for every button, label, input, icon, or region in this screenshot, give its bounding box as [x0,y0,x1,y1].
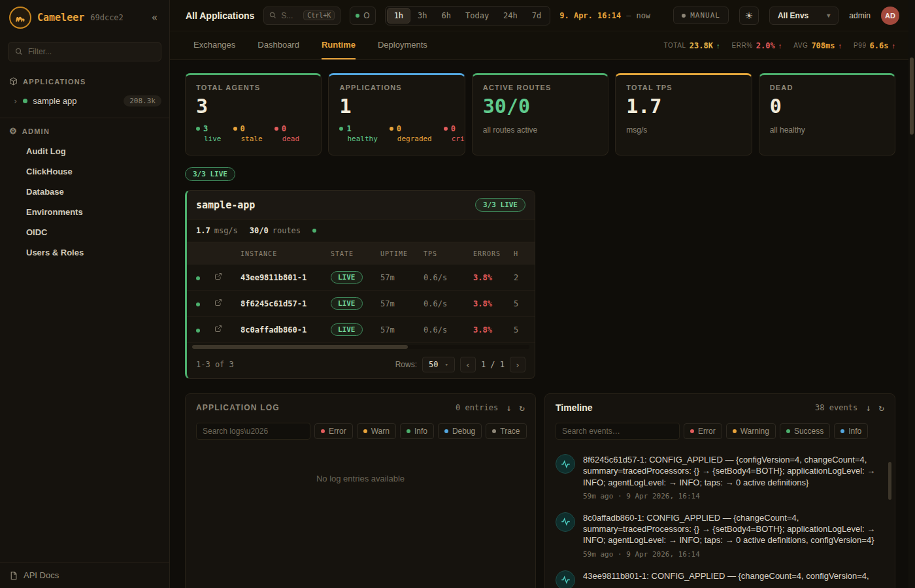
global-search-input[interactable]: S... Ctrl+K [263,7,341,25]
time-range-segment: 1h 3h 6h Today 24h 7d [385,6,551,25]
timeline-filter-error[interactable]: Error [684,423,722,439]
timeline-event[interactable]: 8c0affadb860-1: CONFIG_APPLIED — {change… [556,512,880,559]
overview-live-badge-row: 3/3 LIVE [185,167,895,181]
page-scrollbar[interactable] [908,0,915,588]
timeline-event[interactable]: 8f6245c61d57-1: CONFIG_APPLIED — {config… [556,454,880,500]
online-toggle[interactable]: O [350,7,375,25]
date-range-display[interactable]: 9. Apr. 16:14 — now [559,11,650,20]
range-from: 9. Apr. 16:14 [559,11,621,20]
horizontal-scrollbar[interactable] [192,345,529,349]
online-dot [356,14,359,18]
sidebar-header: Cameleer 69dcce2 « [0,0,169,35]
stat-p99: P99 6.6s ↑ [854,41,895,50]
sidebar-item-clickhouse[interactable]: ClickHouse [0,161,169,182]
sidebar-item-environments[interactable]: Environments [0,202,169,222]
manual-dot [682,14,686,18]
stat-err: ERR% 2.0% ↑ [731,41,782,50]
chevron-down-icon: ▾ [444,361,448,368]
rows-per-page-select[interactable]: 50 ▾ [422,357,455,372]
search-icon [15,48,23,56]
timeline-scrollbar[interactable] [888,462,891,500]
page-indicator: 1 / 1 [481,360,505,369]
timeline-search-input[interactable] [556,423,680,440]
sidebar: Cameleer 69dcce2 « Filter... APPLICATION… [0,0,170,588]
live-badge: 3/3 LIVE [185,167,235,181]
tab-runtime[interactable]: Runtime [322,31,356,59]
manual-refresh-button[interactable]: MANUAL [673,7,729,24]
top-bar: All Applications S... Ctrl+K O 1h 3h 6h … [170,0,915,31]
range-today-button[interactable]: Today [458,8,496,24]
filter-placeholder: Filter... [28,47,52,56]
activity-pulse-icon [556,454,575,474]
tab-deployments[interactable]: Deployments [378,31,427,59]
state-badge: LIVE [331,323,363,336]
summary-stats: TOTAL 23.8K ↑ ERR% 2.0% ↑ AVG 708ms ↑ P9… [663,31,895,59]
document-icon [9,571,18,580]
sun-icon: ☀ [745,10,754,21]
log-panel-title: APPLICATION LOG [196,403,280,412]
arrow-up-icon: ↑ [839,42,842,50]
external-link-icon[interactable] [214,299,222,306]
event-timestamp: 59m ago · 9 Apr 2026, 16:14 [583,550,880,559]
log-filter-info[interactable]: Info [400,423,434,439]
table-row[interactable]: 8c0affadb860-1 LIVE 57m 0.6/s 3.8% 5 [187,317,535,343]
next-page-button[interactable]: › [510,357,525,372]
sidebar-item-database[interactable]: Database [0,182,169,202]
range-7d-button[interactable]: 7d [525,8,548,24]
log-filter-error[interactable]: Error [314,423,353,439]
log-filter-warn[interactable]: Warn [357,423,396,439]
divider [0,118,169,118]
avatar[interactable]: AD [881,7,899,25]
timeline-title: Timeline [556,402,593,413]
range-1h-button[interactable]: 1h [387,8,410,24]
log-search-input[interactable] [196,423,310,440]
range-24h-button[interactable]: 24h [496,8,525,24]
page-title: All Applications [186,10,254,21]
refresh-icon[interactable]: ↻ [879,402,884,413]
instances-table-header: INSTANCE STATE UPTIME TPS ERRORS H [187,242,535,265]
stat-avg: AVG 708ms ↑ [793,41,842,50]
sidebar-item-audit-log[interactable]: Audit Log [0,141,169,161]
timeline-event[interactable]: 43ee9811b801-1: CONFIG_APPLIED — {change… [556,570,880,588]
table-row[interactable]: 8f6245c61d57-1 LIVE 57m 0.6/s 3.8% 5 [187,291,535,317]
sidebar-item-api-docs[interactable]: API Docs [0,562,169,588]
stat-total: TOTAL 23.8K ↑ [663,41,720,50]
sidebar-item-sample-app[interactable]: › sample app 208.3k [0,91,169,111]
card-total-agents: TOTAL AGENTS 3 3live 0stale 0dead [185,73,322,155]
timeline-event-list: 8f6245c61d57-1: CONFIG_APPLIED — {config… [545,446,895,588]
theme-toggle-button[interactable]: ☀ [739,7,759,25]
status-dot-green [23,99,27,103]
tab-dashboard[interactable]: Dashboard [258,31,299,59]
bottom-panels: APPLICATION LOG 0 entries ↓ ↻ Error Warn… [185,393,895,588]
download-icon[interactable]: ↓ [865,402,871,413]
tab-exchanges[interactable]: Exchanges [193,31,235,59]
refresh-icon[interactable]: ↻ [520,402,525,413]
timeline-filter-info[interactable]: Info [834,423,868,439]
instance-status-dot [196,276,200,280]
external-link-icon[interactable] [214,272,222,280]
log-filter-debug[interactable]: Debug [438,423,482,439]
log-entries-count: 0 entries [456,403,498,412]
build-hash: 69dcce2 [90,13,124,22]
sidebar-collapse-button[interactable]: « [148,10,161,25]
card-dead: DEAD 0 all healthy [759,73,895,155]
timeline-filter-success[interactable]: Success [780,423,830,439]
download-icon[interactable]: ↓ [506,402,511,413]
arrow-up-icon: ↑ [716,42,720,50]
camel-logo-icon [9,7,31,29]
log-filter-trace[interactable]: Trace [486,423,526,439]
table-row[interactable]: 43ee9811b801-1 LIVE 57m 0.6/s 3.8% 2 [187,265,535,291]
sidebar-item-oidc[interactable]: OIDC [0,222,169,242]
range-6h-button[interactable]: 6h [435,8,458,24]
main-area: All Applications S... Ctrl+K O 1h 3h 6h … [170,0,915,588]
sidebar-filter-input[interactable]: Filter... [8,42,161,61]
environment-select[interactable]: All Envs ▾ [769,7,839,25]
range-3h-button[interactable]: 3h [410,8,434,24]
sidebar-item-users-roles[interactable]: Users & Roles [0,242,169,263]
application-log-panel: APPLICATION LOG 0 entries ↓ ↻ Error Warn… [185,393,536,588]
prev-page-button[interactable]: ‹ [460,357,476,372]
timeline-filter-warning[interactable]: Warning [726,423,776,439]
timeline-panel: Timeline 38 events ↓ ↻ Error Warning Suc… [544,393,895,588]
chevron-right-icon: › [13,97,18,106]
external-link-icon[interactable] [214,325,222,333]
